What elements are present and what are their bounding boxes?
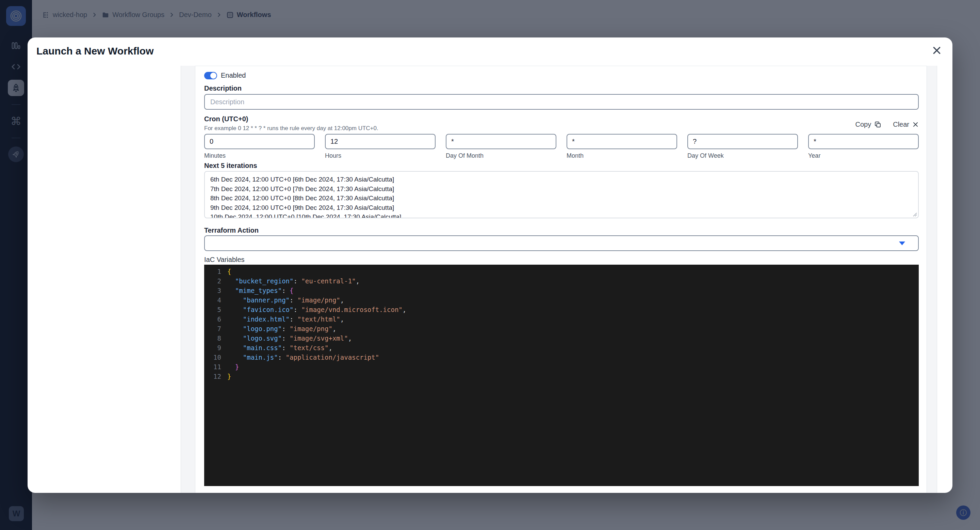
iteration-line: 6th Dec 2024, 12:00 UTC+0 [6th Dec 2024,… bbox=[210, 175, 913, 184]
line-number: 2 bbox=[204, 276, 227, 286]
line-number: 4 bbox=[204, 295, 227, 305]
code-token: "logo.svg" bbox=[243, 334, 282, 343]
code-token: , bbox=[332, 324, 336, 334]
cron-field-month: Month bbox=[566, 134, 677, 160]
iteration-line: 10th Dec 2024, 12:00 UTC+0 [10th Dec 202… bbox=[210, 212, 913, 218]
code-line: 6 "index.html": "text/html", bbox=[204, 314, 919, 324]
code-token: "application/javascript" bbox=[286, 353, 379, 362]
code-token: "main.css" bbox=[243, 343, 282, 353]
code-token: "index.html" bbox=[243, 314, 290, 324]
right-scrollbar[interactable] bbox=[927, 66, 937, 493]
code-token: , bbox=[402, 305, 406, 314]
enabled-toggle[interactable] bbox=[204, 72, 217, 79]
copy-button[interactable]: Copy bbox=[856, 121, 882, 128]
line-number: 11 bbox=[204, 362, 227, 372]
code-token: "banner.png" bbox=[243, 295, 290, 305]
code-token bbox=[227, 353, 243, 362]
cron-field-year: Year bbox=[808, 134, 919, 160]
terraform-action-label: Terraform Action bbox=[204, 227, 919, 234]
iterations-label: Next 5 iterations bbox=[204, 162, 919, 170]
code-line: 11 } bbox=[204, 362, 919, 372]
line-number: 5 bbox=[204, 305, 227, 314]
code-token: : bbox=[282, 286, 290, 295]
code-token bbox=[227, 314, 243, 324]
line-number: 10 bbox=[204, 353, 227, 362]
description-label: Description bbox=[204, 85, 919, 92]
cron-input-year[interactable] bbox=[808, 134, 919, 149]
code-token: "text/css" bbox=[290, 343, 328, 353]
code-token: , bbox=[328, 343, 332, 353]
code-line: 8 "logo.svg": "image/svg+xml", bbox=[204, 334, 919, 343]
chevron-down-icon bbox=[899, 241, 905, 245]
code-line: 9 "main.css": "text/css", bbox=[204, 343, 919, 353]
cron-input-month[interactable] bbox=[566, 134, 677, 149]
app-screen: ⌘ W wicked-hopWorkflow GroupsDev-DemoWor… bbox=[0, 0, 980, 530]
copy-label: Copy bbox=[856, 121, 872, 128]
cron-field-label: Hours bbox=[325, 152, 436, 160]
cron-field-hours: Hours bbox=[325, 134, 436, 160]
close-button[interactable] bbox=[930, 44, 943, 57]
cron-input-minutes[interactable] bbox=[204, 134, 315, 149]
enabled-row: Enabled bbox=[204, 72, 919, 79]
cron-fields-row: MinutesHoursDay Of MonthMonthDay Of Week… bbox=[204, 134, 919, 160]
code-token bbox=[227, 295, 243, 305]
toggle-knob bbox=[210, 73, 216, 79]
code-line: 7 "logo.png": "image/png", bbox=[204, 324, 919, 334]
resize-handle-icon[interactable] bbox=[912, 212, 917, 217]
terraform-action-select[interactable] bbox=[204, 235, 919, 251]
clear-x-icon bbox=[912, 121, 919, 128]
iac-code-editor[interactable]: 1{2 "bucket_region": "eu-central-1",3 "m… bbox=[204, 265, 919, 486]
code-token: "image/png" bbox=[290, 324, 332, 334]
iac-variables-label: IaC Variables bbox=[204, 256, 919, 263]
cron-input-day-of-month[interactable] bbox=[446, 134, 556, 149]
code-token: } bbox=[235, 362, 239, 372]
launch-workflow-modal: Launch a New Workflow Enabled Descriptio… bbox=[27, 37, 953, 493]
line-number: 8 bbox=[204, 334, 227, 343]
enabled-label: Enabled bbox=[221, 72, 246, 79]
line-number: 9 bbox=[204, 343, 227, 353]
code-line: 12} bbox=[204, 372, 919, 381]
left-scrollbar[interactable] bbox=[181, 66, 195, 493]
code-token: "text/html" bbox=[298, 314, 340, 324]
code-token: "image/vnd.microsoft.icon" bbox=[301, 305, 402, 314]
code-line: 4 "banner.png": "image/png", bbox=[204, 295, 919, 305]
code-token: : bbox=[290, 295, 298, 305]
code-token: "eu-central-1" bbox=[301, 276, 356, 286]
line-number: 7 bbox=[204, 324, 227, 334]
code-line: 2 "bucket_region": "eu-central-1", bbox=[204, 276, 919, 286]
cron-input-day-of-week[interactable] bbox=[687, 134, 798, 149]
clear-button[interactable]: Clear bbox=[893, 121, 919, 128]
code-token: "main.js" bbox=[243, 353, 278, 362]
cron-field-label: Year bbox=[808, 152, 919, 160]
cron-field-label: Day Of Week bbox=[687, 152, 798, 160]
code-token: { bbox=[227, 267, 231, 276]
cron-field-label: Minutes bbox=[204, 152, 315, 160]
code-token bbox=[227, 343, 243, 353]
code-token: : bbox=[293, 276, 301, 286]
cron-field-label: Day Of Month bbox=[446, 152, 556, 160]
code-token: : bbox=[290, 314, 298, 324]
iteration-line: 8th Dec 2024, 12:00 UTC+0 [8th Dec 2024,… bbox=[210, 193, 913, 203]
content-divider bbox=[195, 66, 927, 66]
code-token: : bbox=[282, 324, 290, 334]
code-token: "bucket_region" bbox=[235, 276, 294, 286]
code-token: { bbox=[290, 286, 293, 295]
iteration-line: 7th Dec 2024, 12:00 UTC+0 [7th Dec 2024,… bbox=[210, 184, 913, 194]
cron-input-hours[interactable] bbox=[325, 134, 436, 149]
cron-field-day-of-month: Day Of Month bbox=[446, 134, 556, 160]
code-token: : bbox=[278, 353, 286, 362]
close-icon bbox=[932, 45, 942, 56]
cron-field-day-of-week: Day Of Week bbox=[687, 134, 798, 160]
code-token bbox=[227, 276, 235, 286]
clear-label: Clear bbox=[893, 121, 909, 128]
code-line: 3 "mime_types": { bbox=[204, 286, 919, 295]
code-line: 5 "favicon.ico": "image/vnd.microsoft.ic… bbox=[204, 305, 919, 314]
code-token bbox=[227, 334, 243, 343]
iterations-textarea[interactable]: 6th Dec 2024, 12:00 UTC+0 [6th Dec 2024,… bbox=[204, 171, 919, 218]
code-token: "favicon.ico" bbox=[243, 305, 294, 314]
iteration-line: 9th Dec 2024, 12:00 UTC+0 [9th Dec 2024,… bbox=[210, 203, 913, 212]
code-token: "image/png" bbox=[298, 295, 340, 305]
description-input[interactable] bbox=[204, 94, 919, 110]
line-number: 6 bbox=[204, 314, 227, 324]
code-token bbox=[227, 305, 243, 314]
